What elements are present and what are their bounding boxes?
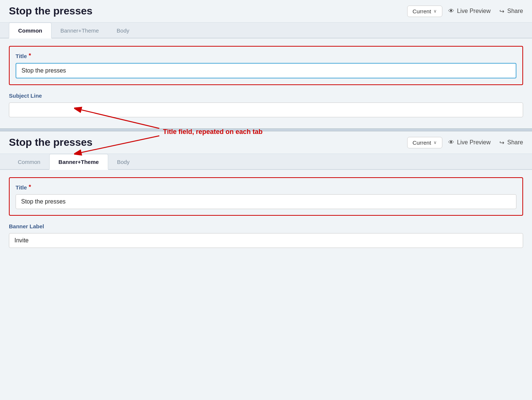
- header-actions-1: 👁 Live Preview ↪ Share: [448, 8, 523, 15]
- header-2: Stop the presses Current ∨ 👁 Live Previe…: [0, 131, 532, 154]
- tab-common-1[interactable]: Common: [9, 23, 51, 38]
- subject-line-label: Subject Line: [9, 93, 523, 99]
- app-panel: Stop the presses Current ∨ 👁 Live Previe…: [0, 0, 532, 259]
- version-dropdown-1[interactable]: Current ∨: [407, 6, 442, 17]
- subject-line-input[interactable]: [9, 102, 523, 117]
- banner-label-label: Banner Label: [9, 223, 523, 229]
- title-input-2[interactable]: [16, 194, 516, 209]
- content-1: Title * Subject Line: [0, 38, 532, 128]
- header-actions-2: 👁 Live Preview ↪ Share: [448, 139, 523, 146]
- tab-body-1[interactable]: Body: [108, 23, 138, 38]
- tab-banner-theme-2[interactable]: Banner+Theme: [49, 154, 108, 170]
- required-star-2: *: [29, 184, 31, 191]
- subject-line-section: Subject Line: [9, 93, 523, 117]
- live-preview-button-2[interactable]: 👁 Live Preview: [448, 139, 491, 146]
- banner-label-section: Banner Label: [9, 223, 523, 248]
- chevron-down-icon-2: ∨: [433, 140, 437, 145]
- page-title-1: Stop the presses: [9, 5, 401, 17]
- tab-common-2[interactable]: Common: [9, 154, 49, 170]
- tabs-bar-1: Common Banner+Theme Body: [0, 23, 532, 38]
- version-dropdown-2[interactable]: Current ∨: [407, 137, 442, 148]
- share-icon-2: ↪: [499, 139, 504, 146]
- chevron-down-icon-1: ∨: [433, 9, 437, 14]
- header-1: Stop the presses Current ∨ 👁 Live Previe…: [0, 0, 532, 23]
- eye-icon-1: 👁: [448, 8, 454, 14]
- content-2: Title * Banner Label: [0, 170, 532, 259]
- section-2: Stop the presses Current ∨ 👁 Live Previe…: [0, 131, 532, 259]
- tabs-bar-2: Common Banner+Theme Body: [0, 154, 532, 170]
- tab-banner-theme-1[interactable]: Banner+Theme: [51, 23, 108, 38]
- title-field-label-1: Title *: [16, 53, 516, 59]
- banner-label-input[interactable]: [9, 233, 523, 248]
- title-field-annotation-2: Title *: [9, 177, 523, 216]
- share-button-2[interactable]: ↪ Share: [499, 139, 523, 146]
- tab-body-2[interactable]: Body: [108, 154, 139, 170]
- title-field-label-2: Title *: [16, 184, 516, 191]
- title-input-1[interactable]: [16, 63, 516, 78]
- page-title-2: Stop the presses: [9, 137, 401, 148]
- live-preview-button-1[interactable]: 👁 Live Preview: [448, 8, 491, 14]
- eye-icon-2: 👁: [448, 139, 454, 146]
- share-icon-1: ↪: [499, 8, 504, 15]
- title-field-annotation-1: Title *: [9, 46, 523, 85]
- required-star-1: *: [29, 53, 31, 59]
- section-divider: [0, 128, 532, 131]
- share-button-1[interactable]: ↪ Share: [499, 8, 523, 15]
- section-1: Stop the presses Current ∨ 👁 Live Previe…: [0, 0, 532, 128]
